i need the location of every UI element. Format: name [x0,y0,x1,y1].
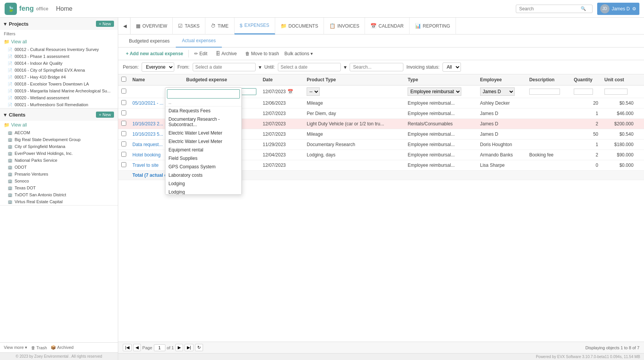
page-refresh-button[interactable]: ↻ [195,344,203,351]
move-to-trash-button[interactable]: 🗑 Move to trash [242,50,282,58]
row-checkbox[interactable] [118,98,129,108]
dropdown-item[interactable]: Documentary Research - Subcontract... [165,115,241,129]
dropdown-item[interactable]: Field Supplies [165,154,241,163]
select-all-checkbox[interactable] [121,77,126,82]
new-row-quantity[interactable] [571,85,601,98]
new-row-unit-cost-input[interactable] [604,89,627,95]
sidebar-client-item[interactable]: 🏢EverPower Wind Holdings, Inc. [0,150,118,157]
add-expense-button[interactable]: + Add new actual expense [123,50,186,58]
search-input[interactable] [519,6,581,12]
dropdown-item[interactable]: Electric Water Level Meter [165,137,241,146]
sub-tab-actual[interactable]: Actual expenses [176,35,222,48]
sidebar-client-item[interactable]: 🏢AECOM [0,129,118,136]
sidebar-project-item[interactable]: 📄00016 - City of Springfield EVX Arena [0,67,118,74]
clients-header[interactable]: ▾ Clients + New [0,108,118,121]
trash-button[interactable]: 🗑 Trash [31,345,47,350]
search-box[interactable]: 🔍 [516,5,593,13]
page-prev-button[interactable]: ◀ [133,344,141,351]
dropdown-item[interactable]: Equipment rental [165,146,241,154]
new-row-employee-select[interactable]: James D [480,87,515,96]
sidebar-project-item[interactable]: 📄00013 - Phase 1 assessment [0,53,118,60]
archive-button[interactable]: 🗄 Archive [213,50,240,58]
sidebar-toggle[interactable]: ◀ [120,18,130,35]
row-checkbox[interactable] [118,150,129,160]
new-row-date[interactable]: 12/07/2023 📅 [259,85,304,98]
tab-time[interactable]: ⏱TIME [205,18,234,35]
sidebar-client-item[interactable]: 🏢Big Real State Development Group [0,136,118,143]
gear-icon[interactable]: ⚙ [632,6,636,12]
row-check[interactable] [121,100,126,105]
row-check[interactable] [121,141,126,146]
row-check[interactable] [121,110,126,115]
person-filter-select[interactable]: Everyone [142,62,174,72]
sidebar-project-item[interactable]: 📄00017 - Hwy 410 Bridge #4 [0,74,118,81]
sidebar-client-item[interactable]: 🏢Sonoco [0,178,118,184]
expense-search-input[interactable] [350,63,403,71]
tab-expenses[interactable]: $EXPENSES [234,18,275,35]
new-row-description-input[interactable] [529,89,560,95]
tab-calendar[interactable]: 📅CALENDAR [365,18,409,35]
dropdown-item[interactable]: Electric Water Level Meter [165,129,241,137]
new-row-type[interactable]: Employee reimbursab... [405,85,477,98]
row-check[interactable] [121,162,126,167]
tab-reporting[interactable]: 📊REPORTING [410,18,456,35]
sidebar-project-item[interactable]: 📄00012 - Cultural Resources Inventory Su… [0,46,118,53]
row-check[interactable] [121,131,126,136]
page-next-button[interactable]: ▶ [175,344,183,351]
dropdown-item[interactable]: Laboratory costs [165,171,241,179]
until-date-input[interactable] [278,63,341,71]
sidebar-client-item[interactable]: 🏢TxDOT San Antonio District [0,191,118,198]
new-row-type-select[interactable]: Employee reimbursab... [408,87,461,96]
sidebar-client-item[interactable]: 🏢National Parks Service [0,157,118,164]
clients-new-button[interactable]: + New [96,112,114,118]
new-row-employee[interactable]: James D [477,85,526,98]
new-row-check[interactable] [121,89,126,94]
row-checkbox[interactable] [118,160,129,171]
sidebar-project-item[interactable]: 📄00018 - Excelsior Towers Downtown LA [0,81,118,87]
sidebar-project-item[interactable]: 📄00019 - Margarita Island Marine Archeol… [0,87,118,94]
new-row-product-type-select[interactable]: -- [307,87,320,96]
row-check[interactable] [121,121,126,126]
tab-overview[interactable]: ▦OVERVIEW [130,18,173,35]
sidebar-client-item[interactable]: 🏢Texas DOT [0,184,118,191]
tab-tasks[interactable]: ☑TASKS [173,18,205,35]
dropdown-search-input[interactable] [167,89,240,99]
page-number-input[interactable] [154,344,165,351]
row-checkbox[interactable] [118,140,129,150]
calendar-icon[interactable]: 📅 [287,89,293,94]
row-checkbox[interactable] [118,108,129,119]
new-row-unit-cost[interactable] [601,85,637,98]
sidebar-client-item[interactable]: 🏢Presario Ventures [0,171,118,178]
invoicing-status-select[interactable]: All [443,62,461,72]
sidebar-project-item[interactable]: 📄00021 - Murfreesboro Soil Remediation [0,101,118,108]
archived-button[interactable]: 📦 Archived [51,345,73,350]
projects-header[interactable]: ▾ Projects + New [0,18,118,30]
row-checkbox[interactable] [118,119,129,129]
sidebar-client-item[interactable]: 🏢Virtus Real Estate Capital [0,198,118,205]
sub-tab-budgeted[interactable]: Budgeted expenses [123,35,176,48]
sidebar-project-item[interactable]: 📄00020 - Wetland assessment [0,94,118,101]
sidebar-client-item[interactable]: 🏢City of Springfield Montana [0,143,118,150]
tab-documents[interactable]: 📁DOCUMENTS [275,18,324,35]
projects-view-all[interactable]: 📁 View all [0,38,118,46]
sidebar-client-item[interactable]: 🏢ODOT [0,164,118,171]
page-last-button[interactable]: ▶| [185,344,193,351]
new-row-description[interactable] [526,85,571,98]
from-date-triangle[interactable]: ▾ [259,64,261,70]
dropdown-item[interactable]: Data Requests Fees [165,107,241,115]
new-row-product-type[interactable]: -- [304,85,405,98]
from-date-input[interactable] [193,63,256,71]
page-first-button[interactable]: |◀ [123,344,132,351]
dropdown-item[interactable]: GPS Compass System [165,163,241,171]
clients-view-all[interactable]: 📁 View all [0,121,118,129]
edit-button[interactable]: ✏ Edit [191,50,210,58]
tab-invoices[interactable]: 📋INVOICES [324,18,365,35]
projects-new-button[interactable]: + New [96,21,114,27]
view-more-button[interactable]: View more ▾ [4,345,27,350]
row-checkbox[interactable] [118,129,129,140]
row-check[interactable] [121,152,126,157]
dropdown-item[interactable]: Lodging [165,188,241,195]
bulk-actions-button[interactable]: Bulk actions ▾ [284,51,313,56]
sidebar-project-item[interactable]: 📄00014 - Indoor Air Quality [0,60,118,67]
dropdown-item[interactable]: Lodging [165,179,241,188]
